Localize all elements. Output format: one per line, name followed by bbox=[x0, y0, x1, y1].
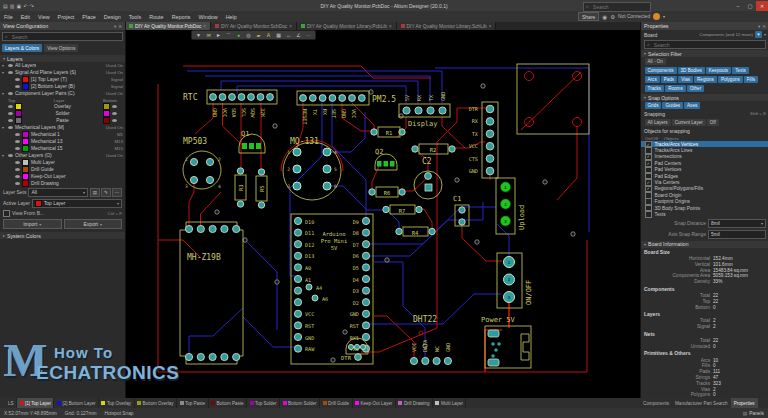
pcb-component-r4[interactable]: R4 bbox=[396, 227, 435, 236]
panel-tab[interactable]: Properties bbox=[731, 398, 758, 408]
pin-icon[interactable]: ▾ bbox=[758, 24, 760, 29]
layer-row[interactable]: ▾ All Layers Used On bbox=[0, 62, 125, 69]
arc-icon[interactable]: ⌒ bbox=[224, 32, 233, 39]
trace[interactable] bbox=[374, 316, 414, 360]
filter-chip[interactable]: Vias bbox=[678, 76, 693, 83]
pcb-component-r1[interactable]: R1 bbox=[371, 127, 405, 137]
snap-mode-button[interactable]: Off bbox=[707, 119, 719, 126]
snap-options-header[interactable]: ▾Snap Options bbox=[641, 94, 768, 101]
layer-tab[interactable]: Keep-Out Layer bbox=[353, 398, 396, 408]
close-tab-icon[interactable]: × bbox=[203, 24, 206, 29]
layer-row[interactable]: ▾ Drill Guide bbox=[0, 166, 125, 173]
pcb-component-c1[interactable]: C1 bbox=[453, 195, 469, 226]
visibility-icon[interactable] bbox=[15, 85, 20, 88]
layer-row[interactable]: ▾ Component Layer Pairs (C) Used On bbox=[0, 90, 125, 97]
document-tab[interactable]: DIY Air Quality Monitor Library.PcbLib × bbox=[297, 22, 397, 30]
document-tab[interactable]: DIY Air Quality Monitor Library.SchLib × bbox=[397, 22, 497, 30]
visibility-icon[interactable] bbox=[112, 119, 117, 122]
pcb-component-r5[interactable]: R5 bbox=[256, 169, 267, 208]
pcb-component-r3[interactable]: R3 bbox=[235, 168, 246, 207]
visibility-icon[interactable] bbox=[8, 119, 13, 122]
all-on-button[interactable]: All - On bbox=[645, 58, 666, 65]
pcb-component-arduino[interactable]: D10D11D12D13A0A1VCCRSTGNDRAW D9D8D7D6D5D… bbox=[291, 214, 373, 364]
layer-tab[interactable]: Drill Drawing bbox=[396, 398, 433, 408]
visibility-icon[interactable] bbox=[8, 64, 13, 67]
properties-search[interactable]: ⌕ bbox=[644, 40, 766, 49]
dimension-icon[interactable]: ↔ bbox=[284, 32, 293, 39]
layer-color-swatch[interactable] bbox=[22, 138, 29, 145]
filter-icon[interactable]: ▼ bbox=[755, 31, 762, 38]
visibility-icon[interactable] bbox=[15, 182, 20, 185]
connection-status[interactable]: Not Connected bbox=[618, 14, 650, 19]
pcb-component-rtc[interactable]: RTC GNDVCCSDASCLSQW32K bbox=[183, 90, 277, 118]
avatar[interactable] bbox=[653, 13, 660, 20]
pcb-component-r7[interactable]: R7 bbox=[383, 205, 422, 214]
trace[interactable] bbox=[497, 224, 509, 260]
more-sets-icon[interactable]: ⋯ bbox=[112, 188, 122, 197]
polygon-icon[interactable]: ▰ bbox=[254, 32, 263, 39]
layer-row[interactable]: ▾ [2] Bottom Layer (B) Signal bbox=[0, 83, 125, 90]
close-tab-icon[interactable]: × bbox=[489, 24, 492, 29]
snap-chip[interactable]: Grids bbox=[645, 102, 662, 109]
trace[interactable] bbox=[557, 126, 577, 200]
menu-item[interactable]: Project bbox=[54, 14, 79, 20]
filter-chip[interactable]: Rooms bbox=[665, 85, 686, 92]
via-icon[interactable]: ◎ bbox=[244, 32, 253, 39]
filter-chip[interactable]: Pads bbox=[661, 76, 677, 83]
trace[interactable] bbox=[195, 103, 213, 134]
visibility-icon[interactable] bbox=[8, 154, 13, 157]
snap-chip[interactable]: Guides bbox=[662, 102, 683, 109]
layer-color-swatch[interactable] bbox=[22, 145, 29, 152]
save-set-icon[interactable]: ▤ bbox=[90, 188, 100, 197]
menu-item[interactable]: Reports bbox=[168, 14, 195, 20]
close-tab-icon[interactable]: × bbox=[389, 24, 392, 29]
layer-row[interactable]: ▾ Mechanical 1 M1 bbox=[0, 131, 125, 138]
edit-set-icon[interactable]: ✎ bbox=[101, 188, 111, 197]
visibility-icon[interactable] bbox=[15, 78, 20, 81]
pcb-component-r2[interactable]: R2 bbox=[412, 144, 455, 154]
top-color-swatch[interactable] bbox=[15, 103, 22, 110]
layers-section-header[interactable]: ▾ Layers bbox=[0, 55, 125, 62]
trace[interactable] bbox=[245, 240, 277, 330]
active-layer-select[interactable]: Top Layer ▾ bbox=[32, 199, 122, 208]
panel-tab[interactable]: Manufacturer Part Search bbox=[672, 398, 731, 408]
layer-sets-select[interactable]: All ▾ bbox=[28, 188, 88, 197]
filter-chip[interactable]: Components bbox=[645, 67, 677, 74]
menu-item[interactable]: Place bbox=[78, 14, 100, 20]
layer-tab[interactable]: Bottom Solder bbox=[280, 398, 320, 408]
selection-filter-header[interactable]: ▾Selection Filter bbox=[641, 50, 768, 57]
visibility-icon[interactable] bbox=[15, 133, 20, 136]
visibility-icon[interactable] bbox=[8, 105, 13, 108]
visibility-icon[interactable] bbox=[112, 105, 117, 108]
trace[interactable] bbox=[332, 103, 366, 218]
pcb-component-c2[interactable]: C2 bbox=[414, 157, 442, 199]
close-icon[interactable]: ✕ bbox=[762, 24, 766, 29]
visibility-icon[interactable] bbox=[8, 71, 13, 74]
layer-row[interactable]: ▾ Mechanical 13 M13 bbox=[0, 138, 125, 145]
mail-icon[interactable]: ✉ bbox=[204, 32, 213, 39]
import-button[interactable]: Import▾ bbox=[3, 219, 62, 229]
visibility-icon[interactable] bbox=[15, 147, 20, 150]
bottom-color-swatch[interactable] bbox=[103, 110, 110, 117]
filter-chip[interactable]: Tracks bbox=[645, 85, 665, 92]
visibility-icon[interactable] bbox=[8, 126, 13, 129]
view-config-tab[interactable]: View Options bbox=[44, 44, 78, 52]
pcb-component-upload-connector[interactable]: 123 Upload bbox=[496, 178, 526, 234]
menu-item[interactable]: Tools bbox=[125, 14, 146, 20]
menu-item[interactable]: View bbox=[34, 14, 54, 20]
scope-label[interactable]: Components (and 12 more) bbox=[699, 32, 753, 37]
layer-row[interactable]: ▾ Keep-Out Layer bbox=[0, 173, 125, 180]
filter-chip[interactable]: Arcs bbox=[645, 76, 660, 83]
bottom-color-swatch[interactable] bbox=[103, 117, 110, 124]
system-colors-header[interactable]: ▸ System Colors bbox=[0, 232, 125, 239]
layer-color-swatch[interactable] bbox=[22, 180, 29, 187]
pcb-component-dht22[interactable]: DHT22 VCCDATANCGND bbox=[410, 315, 451, 365]
visibility-icon[interactable] bbox=[15, 161, 20, 164]
visibility-icon[interactable] bbox=[112, 112, 117, 115]
layer-color-swatch[interactable] bbox=[22, 131, 29, 138]
filter-chip[interactable]: Keepouts bbox=[706, 67, 731, 74]
axis-snap-input[interactable]: 5mil bbox=[708, 230, 766, 239]
layer-row[interactable]: ▾ Other Layers (O) Used On bbox=[0, 152, 125, 159]
properties-search-input[interactable] bbox=[652, 41, 763, 49]
layer-pair-row[interactable]: Paste bbox=[0, 117, 125, 124]
